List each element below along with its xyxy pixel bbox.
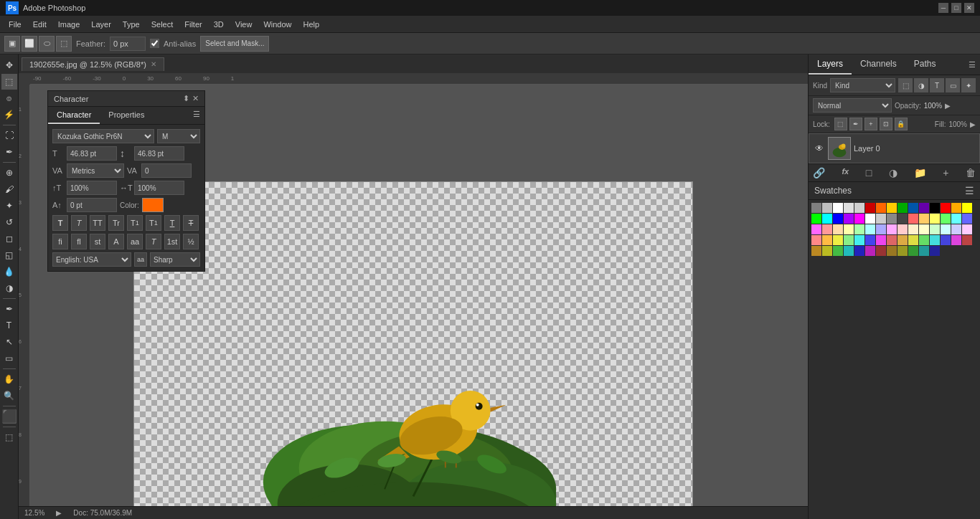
pixel-filter-icon[interactable]: ⬚ <box>898 78 913 92</box>
swatch-10[interactable] <box>919 203 929 213</box>
layers-menu-btn[interactable]: ☰ <box>964 57 980 72</box>
feather-input[interactable] <box>110 37 146 51</box>
swatch-58[interactable] <box>951 235 961 245</box>
swatch-9[interactable] <box>908 203 918 213</box>
swatch-66[interactable] <box>876 246 886 256</box>
swatch-13[interactable] <box>951 203 961 213</box>
swatches-menu-btn[interactable]: ☰ <box>965 185 974 196</box>
menu-item-file[interactable]: File <box>3 19 27 30</box>
swatch-48[interactable] <box>844 235 854 245</box>
font-size-input[interactable] <box>67 146 117 161</box>
selection-tool[interactable]: ⬚ <box>1 74 17 90</box>
blur-tool[interactable]: 💧 <box>1 264 17 280</box>
panel-close-btn[interactable]: ✕ <box>192 94 199 103</box>
blend-mode-select[interactable]: Normal <box>813 98 892 113</box>
swatch-52[interactable] <box>887 235 897 245</box>
layer-visibility-toggle[interactable]: 👁 <box>814 143 825 154</box>
ligature-btn[interactable]: fi <box>52 234 68 249</box>
swatch-24[interactable] <box>908 214 918 224</box>
paths-tab[interactable]: Paths <box>905 54 945 75</box>
swatch-4[interactable] <box>854 203 864 213</box>
vertical-scale-input[interactable] <box>67 181 117 195</box>
fraction-btn[interactable]: ½ <box>183 234 199 249</box>
underline-btn[interactable]: T <box>164 215 180 231</box>
row-marquee-btn[interactable]: ⬚ <box>56 36 72 52</box>
swatch-67[interactable] <box>887 246 897 256</box>
layer-item[interactable]: 👁 Layer 0 <box>809 133 980 163</box>
minimize-button[interactable]: ─ <box>938 3 948 13</box>
swatch-70[interactable] <box>919 246 929 256</box>
foreground-bg-color[interactable]: ⬛ <box>1 409 17 424</box>
swatch-16[interactable] <box>822 214 832 224</box>
swatch-22[interactable] <box>887 214 897 224</box>
swatch-1[interactable] <box>822 203 832 213</box>
menu-item-window[interactable]: Window <box>258 19 297 30</box>
character-tab[interactable]: Character <box>48 107 100 124</box>
swatch-31[interactable] <box>822 224 832 234</box>
swatch-60[interactable] <box>811 246 821 256</box>
menu-item-filter[interactable]: Filter <box>179 19 207 30</box>
eraser-tool[interactable]: ◻ <box>1 231 17 247</box>
italic-btn[interactable]: T <box>71 215 87 231</box>
menu-item-type[interactable]: Type <box>117 19 146 30</box>
swatch-0[interactable] <box>811 203 821 213</box>
add-mask-btn[interactable]: □ <box>866 167 872 178</box>
swatch-20[interactable] <box>865 214 875 224</box>
swatch-7[interactable] <box>887 203 897 213</box>
rect-marquee-btn[interactable]: ▣ <box>4 36 20 52</box>
swatch-40[interactable] <box>919 224 929 234</box>
kerning-select[interactable]: Metrics <box>67 163 124 178</box>
add-adjustment-btn[interactable]: ◑ <box>889 167 897 178</box>
menu-item-3d[interactable]: 3D <box>208 19 230 30</box>
color-picker-box[interactable] <box>142 198 164 212</box>
subscript-btn[interactable]: T1 <box>146 215 161 231</box>
aa-method-btn[interactable]: aa <box>134 252 147 267</box>
swatch-33[interactable] <box>844 224 854 234</box>
swatch-26[interactable] <box>930 214 940 224</box>
brush-tool[interactable]: 🖌 <box>1 181 17 197</box>
ellipse-marquee-btn[interactable]: ⬭ <box>39 36 55 52</box>
superscript-btn[interactable]: T1 <box>127 215 143 231</box>
swatch-56[interactable] <box>930 235 940 245</box>
swatch-14[interactable] <box>962 203 972 213</box>
swatch-34[interactable] <box>854 224 864 234</box>
disc-ligature-btn[interactable]: ﬂ <box>71 234 87 249</box>
contextual-btn[interactable]: T <box>146 234 161 249</box>
swatch-55[interactable] <box>919 235 929 245</box>
move-tool[interactable]: ✥ <box>1 57 17 73</box>
history-brush-tool[interactable]: ↺ <box>1 214 17 230</box>
layer-fx-btn[interactable]: fx <box>842 167 849 178</box>
gradient-tool[interactable]: ◱ <box>1 247 17 263</box>
swatch-57[interactable] <box>941 235 951 245</box>
menu-item-select[interactable]: Select <box>146 19 179 30</box>
swatch-18[interactable] <box>844 214 854 224</box>
character-menu-btn[interactable]: ☰ <box>189 107 204 124</box>
swatch-37[interactable] <box>887 224 897 234</box>
small-caps-btn[interactable]: Tr <box>108 215 124 231</box>
pen-tool[interactable]: ✒ <box>1 301 17 317</box>
swatch-17[interactable] <box>833 214 843 224</box>
zoom-tool[interactable]: 🔍 <box>1 388 17 404</box>
layer-kind-select[interactable]: Kind <box>830 78 895 92</box>
swatch-8[interactable] <box>897 203 908 213</box>
swatch-43[interactable] <box>951 224 961 234</box>
swatch-62[interactable] <box>833 246 843 256</box>
panel-collapse-btn[interactable]: ⬍ <box>183 94 189 103</box>
strikethrough-btn[interactable]: T <box>183 215 199 231</box>
swatch-11[interactable] <box>930 203 940 213</box>
lock-position-btn[interactable]: + <box>864 118 877 130</box>
clone-stamp-tool[interactable]: ✦ <box>1 198 17 214</box>
swatch-42[interactable] <box>941 224 951 234</box>
swatch-39[interactable] <box>908 224 918 234</box>
swatch-35[interactable] <box>865 224 875 234</box>
healing-brush-tool[interactable]: ⊕ <box>1 165 17 181</box>
magic-wand-tool[interactable]: ⚡ <box>1 107 17 123</box>
lock-all-btn[interactable]: 🔒 <box>895 118 908 130</box>
swatch-50[interactable] <box>865 235 875 245</box>
language-select[interactable]: English: USA <box>52 252 131 267</box>
swatch-36[interactable] <box>876 224 886 234</box>
old-style-btn[interactable]: st <box>90 234 105 249</box>
swatch-28[interactable] <box>951 214 961 224</box>
swatch-29[interactable] <box>962 214 972 224</box>
add-layer-btn[interactable]: + <box>943 167 948 178</box>
